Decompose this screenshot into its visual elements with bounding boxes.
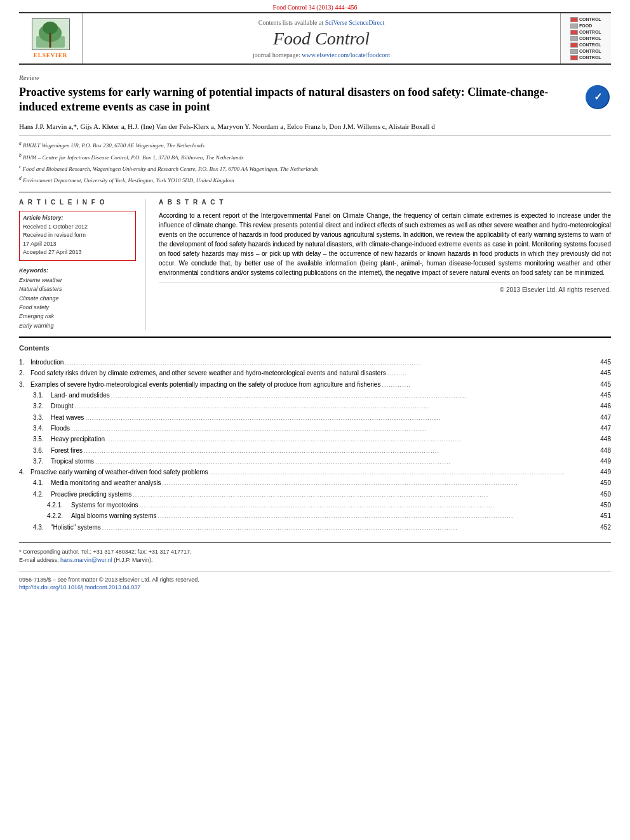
toc-item-4-2: 4.2. Proactive predicting systems ......… bbox=[19, 489, 611, 500]
journal-pattern-block: CONTROL FOOD CONTROL CONTROL CONTROL bbox=[560, 13, 611, 63]
homepage-prefix: journal homepage: bbox=[253, 51, 302, 58]
ctrl-box-7 bbox=[570, 55, 578, 60]
keyword-2: Natural disasters bbox=[19, 284, 136, 293]
affiliation-b: b RIVM – Centre for Infectious Disease C… bbox=[19, 152, 611, 162]
keywords-title: Keywords: bbox=[19, 267, 136, 274]
toc-page-4-1: 450 bbox=[600, 477, 611, 488]
toc-label-1: Introduction bbox=[30, 357, 64, 368]
history-line-4: Accepted 27 April 2013 bbox=[23, 248, 132, 257]
article-title-block: Proactive systems for early warning of p… bbox=[19, 85, 611, 115]
ctrl-box bbox=[570, 17, 578, 22]
keyword-1: Extreme weather bbox=[19, 276, 136, 284]
article-title-text: Proactive systems for early warning of p… bbox=[19, 85, 579, 115]
toc-item-3-1: 3.1. Land- and mudslides ...............… bbox=[19, 390, 611, 401]
toc-num-4-2-1: 4.2.1. bbox=[47, 500, 71, 510]
toc-label-3-5: Heavy precipitation bbox=[51, 434, 105, 444]
copyright-line: © 2013 Elsevier Ltd. All rights reserved… bbox=[159, 283, 611, 293]
toc-dots-3-1: ........................................… bbox=[110, 391, 600, 401]
article-info-title: A R T I C L E I N F O bbox=[19, 199, 136, 206]
article-history: Article history: Received 1 October 2012… bbox=[19, 211, 136, 261]
toc-page-4-2: 450 bbox=[600, 489, 611, 500]
ctrl-box-4 bbox=[570, 36, 578, 41]
elsevier-brand-text: ELSEVIER bbox=[34, 52, 68, 58]
toc-dots-3: ............. bbox=[380, 380, 600, 390]
journal-ref-text: Food Control 34 (2013) 444–456 bbox=[273, 4, 358, 11]
toc-num-4-1: 4.1. bbox=[33, 477, 51, 488]
toc-label-2: Food safety risks driven by climate extr… bbox=[30, 368, 386, 378]
toc-num-3-6: 3.6. bbox=[33, 445, 51, 456]
toc-num-4-2: 4.2. bbox=[33, 489, 51, 500]
toc-page-3-5: 448 bbox=[600, 434, 611, 444]
toc-label-4-3: "Holistic" systems bbox=[51, 522, 101, 533]
article-title: Proactive systems for early warning of p… bbox=[19, 85, 579, 115]
toc-item-3-7: 3.7. Tropical storms ...................… bbox=[19, 456, 611, 467]
email-address: hans.marvin@wur.nl bbox=[60, 557, 112, 563]
toc-label-3-7: Tropical storms bbox=[51, 456, 94, 467]
sciverse-name: SciVerse ScienceDirect bbox=[325, 19, 385, 26]
control-row-2: FOOD bbox=[570, 23, 601, 29]
article-abstract: A B S T R A C T According to a recent re… bbox=[159, 199, 611, 330]
toc-item-4-3: 4.3. "Holistic" systems ................… bbox=[19, 522, 611, 533]
email-name: (H.J.P. Marvin). bbox=[114, 557, 152, 563]
article-footer: * Corresponding author. Tel.: +31 317 48… bbox=[19, 542, 611, 565]
article-info: A R T I C L E I N F O Article history: R… bbox=[19, 199, 146, 330]
keywords-section: Keywords: Extreme weather Natural disast… bbox=[19, 267, 136, 330]
two-col-section: A R T I C L E I N F O Article history: R… bbox=[19, 192, 611, 330]
ctrl-box-3 bbox=[570, 30, 578, 35]
journal-title: Food Control bbox=[273, 29, 370, 49]
toc-label-4-2-2: Algal blooms warning systems bbox=[71, 510, 157, 521]
toc-num-3: 3. bbox=[19, 379, 30, 390]
svg-point-2 bbox=[43, 22, 58, 34]
ctrl-label-5: CONTROL bbox=[579, 43, 601, 47]
toc-page-3-7: 449 bbox=[600, 456, 611, 467]
abstract-text: According to a recent report of the Inte… bbox=[159, 211, 611, 277]
toc-num-3-7: 3.7. bbox=[33, 456, 51, 467]
toc-num-1: 1. bbox=[19, 357, 30, 368]
toc-dots-4: ........................................… bbox=[208, 468, 601, 477]
toc-dots-4-1: ........................................… bbox=[161, 479, 600, 488]
ctrl-label: CONTROL bbox=[579, 17, 601, 22]
article-body: Review Proactive systems for early warni… bbox=[0, 65, 630, 599]
journal-header: ELSEVIER Contents lists available at Sci… bbox=[19, 12, 611, 65]
toc-page-3-4: 447 bbox=[600, 423, 611, 434]
toc-dots-3-3: ........................................… bbox=[84, 413, 600, 423]
toc-page-3-2: 446 bbox=[600, 401, 611, 411]
sciverse-link: Contents lists available at SciVerse Sci… bbox=[258, 19, 385, 26]
toc-item-3-5: 3.5. Heavy precipitation ...............… bbox=[19, 434, 611, 444]
control-row-4: CONTROL bbox=[570, 36, 601, 41]
keyword-4: Food safety bbox=[19, 303, 136, 312]
email-label: E-mail address: bbox=[19, 557, 60, 563]
sciverse-prefix: Contents lists available at bbox=[258, 19, 325, 26]
section-label: Review bbox=[19, 74, 611, 81]
toc-page-4-2-1: 450 bbox=[600, 500, 611, 510]
toc-page-3-3: 447 bbox=[600, 412, 611, 423]
ctrl-label-4: CONTROL bbox=[579, 36, 601, 41]
ctrl-label-6: CONTROL bbox=[579, 49, 601, 53]
page: Food Control 34 (2013) 444–456 ELSEVIER … bbox=[0, 0, 630, 840]
toc-item-4-2-1: 4.2.1. Systems for mycotoxins ..........… bbox=[19, 500, 611, 510]
toc-page-3-1: 445 bbox=[600, 390, 611, 401]
journal-reference: Food Control 34 (2013) 444–456 bbox=[0, 0, 630, 12]
toc-dots-4-3: ........................................… bbox=[101, 523, 601, 533]
toc-dots-4-2-1: ........................................… bbox=[138, 501, 601, 510]
ctrl-box-gray bbox=[570, 23, 578, 29]
ctrl-label-3: CONTROL bbox=[579, 30, 601, 34]
journal-homepage: journal homepage: www.elsevier.com/locat… bbox=[253, 51, 390, 58]
toc-item-4-1: 4.1. Media monitoring and weather analys… bbox=[19, 477, 611, 488]
toc-num-2: 2. bbox=[19, 368, 30, 378]
ctrl-box-6 bbox=[570, 49, 578, 54]
keyword-3: Climate change bbox=[19, 294, 136, 303]
toc-dots-3-7: ........................................… bbox=[94, 457, 600, 467]
keyword-6: Early warning bbox=[19, 321, 136, 330]
abstract-title: A B S T R A C T bbox=[159, 199, 611, 206]
footer-bottom: 0956-7135/$ – see front matter © 2013 El… bbox=[19, 571, 611, 591]
toc-item-3: 3. Examples of severe hydro-meteorologic… bbox=[19, 379, 611, 390]
control-row-6: CONTROL bbox=[570, 49, 601, 54]
toc-label-3-1: Land- and mudslides bbox=[51, 390, 110, 401]
control-row-5: CONTROL bbox=[570, 43, 601, 48]
toc-page-3: 445 bbox=[600, 379, 611, 390]
toc-label-4-1: Media monitoring and weather analysis bbox=[51, 477, 161, 488]
toc-dots-4-2-2: ........................................… bbox=[157, 512, 601, 521]
keyword-5: Emerging risk bbox=[19, 312, 136, 321]
toc-page-4: 449 bbox=[600, 467, 611, 477]
